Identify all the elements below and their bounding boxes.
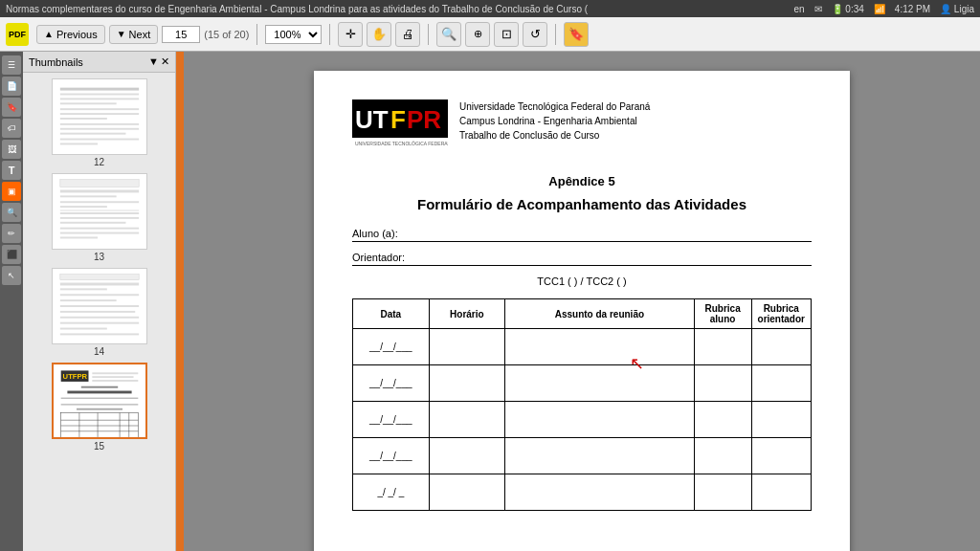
rotate-button[interactable]: ↺ bbox=[523, 22, 547, 47]
apendice-title: Apêndice 5 bbox=[352, 174, 812, 188]
aluno-value bbox=[404, 228, 812, 239]
form-title: Formulário de Acompanhamento das Ativida… bbox=[352, 196, 812, 212]
col-header-data: Data bbox=[353, 299, 430, 329]
fit-page-button[interactable]: ⊡ bbox=[494, 22, 519, 47]
svg-rect-43 bbox=[92, 380, 138, 382]
zoom-in-button[interactable]: ⊕ bbox=[465, 22, 490, 47]
svg-rect-12 bbox=[59, 143, 97, 144]
page-input[interactable] bbox=[162, 26, 200, 43]
prev-button[interactable]: ▲ Previous bbox=[36, 25, 105, 44]
svg-rect-7 bbox=[59, 118, 106, 120]
titlebar-right: en ✉ 🔋 0:34 📶 4:12 PM 👤 Ligia bbox=[793, 4, 974, 14]
svg-text:UT: UT bbox=[355, 105, 389, 134]
row1-horario bbox=[429, 329, 504, 365]
row3-assunto bbox=[505, 402, 695, 438]
svg-rect-34 bbox=[59, 317, 138, 319]
table-row-5: _/ _/ _ bbox=[353, 474, 812, 511]
svg-rect-15 bbox=[59, 189, 138, 192]
svg-rect-37 bbox=[59, 333, 138, 335]
row3-rubrica-aluno bbox=[694, 402, 751, 438]
svg-rect-30 bbox=[59, 294, 138, 296]
image-tool-icon[interactable]: 🖼 bbox=[2, 140, 21, 159]
select-tool-button[interactable]: ✛ bbox=[338, 22, 363, 47]
utfpr-header: UT F PR UNIVERSIDADE TECNOLÓGICA FEDERAL… bbox=[352, 99, 812, 155]
utfpr-logo: UT F PR UNIVERSIDADE TECNOLÓGICA FEDERAL… bbox=[352, 99, 448, 155]
thumbnails-dropdown-icon[interactable]: ▼ bbox=[148, 55, 159, 68]
zoom-select[interactable]: 100% 50% 75% 125% 150% bbox=[265, 25, 322, 44]
form-left-icon[interactable]: ⬛ bbox=[2, 245, 21, 264]
panel-resize-tab[interactable] bbox=[176, 52, 184, 551]
thumbnail-label-13: 13 bbox=[94, 252, 104, 262]
zoom-out-button[interactable]: 🔍 bbox=[436, 22, 461, 47]
svg-rect-41 bbox=[92, 372, 138, 374]
svg-rect-36 bbox=[59, 328, 106, 330]
table-row-3: __/__/___ bbox=[353, 402, 812, 438]
battery-status: 🔋 0:34 bbox=[832, 4, 864, 14]
pdf-page: UT F PR UNIVERSIDADE TECNOLÓGICA FEDERAL… bbox=[314, 71, 850, 551]
thumbnail-item-12[interactable]: 12 bbox=[29, 78, 169, 167]
next-arrow-icon: ▼ bbox=[117, 29, 126, 39]
clock: 4:12 PM bbox=[895, 4, 930, 14]
next-button[interactable]: ▼ Next bbox=[109, 25, 159, 44]
row4-horario bbox=[429, 438, 504, 474]
thumbnail-item-14[interactable]: 14 bbox=[29, 268, 169, 357]
text-tool-icon[interactable]: T bbox=[2, 161, 21, 180]
thumbnail-label-12: 12 bbox=[94, 157, 104, 167]
svg-rect-27 bbox=[59, 275, 138, 280]
svg-rect-4 bbox=[59, 102, 116, 104]
print-button[interactable]: 🖨 bbox=[395, 22, 420, 47]
svg-rect-1 bbox=[59, 88, 138, 91]
orientador-label: Orientador: bbox=[352, 252, 405, 263]
svg-rect-23 bbox=[59, 228, 138, 230]
svg-rect-3 bbox=[59, 98, 138, 99]
bookmark-tool-icon[interactable]: 🔖 bbox=[2, 98, 21, 117]
pointer-left-icon[interactable]: ↖ bbox=[2, 266, 21, 285]
document-area: UT F PR UNIVERSIDADE TECNOLÓGICA FEDERAL… bbox=[184, 52, 980, 551]
row2-data: __/__/___ bbox=[353, 365, 430, 402]
svg-rect-8 bbox=[59, 123, 138, 125]
thumbnail-label-15: 15 bbox=[94, 441, 104, 452]
left-toolbar: ☰ 📄 🔖 🏷 🖼 T ▣ 🔍 ✏ ⬛ ↖ bbox=[0, 52, 23, 551]
page-info: (15 of 20) bbox=[204, 29, 249, 40]
select-left-icon[interactable]: ▣ bbox=[2, 182, 21, 201]
zoom-left-icon[interactable]: 🔍 bbox=[2, 203, 21, 222]
bookmark-tool-button[interactable]: 🔖 bbox=[564, 22, 589, 47]
row1-assunto bbox=[505, 329, 695, 365]
col-header-rubrica-aluno: Rubricaaluno bbox=[694, 299, 751, 329]
row3-rubrica-orient bbox=[751, 402, 811, 438]
hand-tool-button[interactable]: ✋ bbox=[367, 22, 391, 47]
row1-rubrica-orient bbox=[751, 329, 811, 365]
thumbnails-close-icon[interactable]: ✕ bbox=[161, 55, 169, 68]
university-name: Universidade Tecnológica Federal do Para… bbox=[459, 99, 650, 114]
svg-rect-44 bbox=[80, 386, 117, 388]
row1-rubrica-aluno bbox=[694, 329, 751, 365]
titlebar-title: Normas complementares do curso de Engenh… bbox=[6, 4, 588, 14]
table-row-1: __/__/___ bbox=[353, 329, 812, 365]
svg-rect-6 bbox=[59, 113, 138, 115]
row2-horario bbox=[429, 365, 504, 402]
thumbnail-item-13[interactable]: 13 bbox=[29, 173, 169, 262]
edit-left-icon[interactable]: ✏ bbox=[2, 224, 21, 243]
svg-rect-42 bbox=[92, 376, 133, 378]
col-header-rubrica-orientador: Rubricaorientador bbox=[751, 299, 811, 329]
svg-text:F: F bbox=[390, 105, 406, 134]
thumbnails-panel: Thumbnails ▼ ✕ bbox=[23, 52, 176, 551]
main-layout: ☰ 📄 🔖 🏷 🖼 T ▣ 🔍 ✏ ⬛ ↖ Thumbnails ▼ ✕ bbox=[0, 52, 980, 551]
user-label: 👤 Ligia bbox=[940, 4, 974, 14]
row3-data: __/__/___ bbox=[353, 402, 430, 438]
thumbnail-item-15[interactable]: UTFPR bbox=[29, 363, 169, 452]
page-tool-icon[interactable]: 📄 bbox=[2, 77, 21, 96]
thumbnail-label-14: 14 bbox=[94, 346, 104, 357]
activities-table: Data Horário Assunto da reunião Rubricaa… bbox=[352, 298, 812, 511]
separator-3 bbox=[428, 24, 429, 45]
hand-tool-icon[interactable]: ☰ bbox=[2, 55, 21, 75]
svg-rect-22 bbox=[59, 222, 125, 224]
campus-name: Campus Londrina - Engenharia Ambiental bbox=[459, 114, 650, 128]
tag-tool-icon[interactable]: 🏷 bbox=[2, 119, 21, 138]
svg-text:UTFPR: UTFPR bbox=[62, 372, 87, 381]
row3-horario bbox=[429, 402, 504, 438]
svg-rect-18 bbox=[59, 206, 106, 208]
row2-rubrica-orient bbox=[751, 365, 811, 402]
col-header-assunto: Assunto da reunião bbox=[505, 299, 695, 329]
thumbnails-header: Thumbnails ▼ ✕ bbox=[23, 52, 175, 73]
